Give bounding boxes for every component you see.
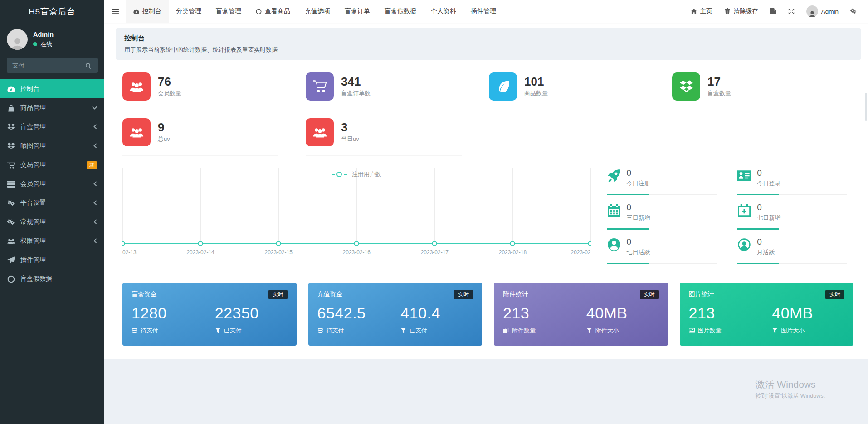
users-icon	[122, 118, 151, 146]
tab-category[interactable]: 分类管理	[169, 0, 209, 23]
clear-cache-button[interactable]: 清除缓存	[718, 0, 764, 23]
stat-members: 76会员数量	[122, 64, 278, 110]
footer-area: 激活 Windows 转到“设置”以激活 Windows。	[104, 359, 868, 424]
blindbox-icon	[7, 123, 15, 131]
stat-value: 9	[158, 121, 170, 134]
sidebar-search-input[interactable]	[7, 58, 79, 73]
filter-icon	[772, 328, 778, 333]
fund-title: 盲盒资金	[132, 290, 157, 299]
sidebar-item-blindbox[interactable]: 盲盒管理	[0, 117, 104, 136]
chart-x-axis: 02-13 2023-02-14 2023-02-15 2023-02-16 2…	[122, 249, 591, 259]
online-dot	[33, 42, 37, 46]
chart-point	[354, 241, 359, 246]
fund-card-images: 图片统计实时 213图片数量 40MB图片大小	[680, 283, 854, 346]
settings-button[interactable]	[844, 0, 863, 23]
sidebar-item-permissions[interactable]: 权限管理	[0, 231, 104, 251]
tab-plugins[interactable]: 插件管理	[463, 0, 503, 23]
user-avatar	[7, 29, 28, 50]
person-icon	[10, 36, 25, 50]
calendar-plus-icon	[737, 204, 751, 217]
user-circle-outline-icon	[737, 238, 751, 251]
stat-blindbox-orders: 341盲盒订单数	[306, 64, 462, 110]
filter-icon	[215, 328, 221, 333]
stat-label: 会员数量	[158, 89, 181, 97]
stat-value: 76	[158, 76, 181, 88]
user-menu[interactable]: Admin	[800, 0, 844, 23]
tab-blindbox-orders[interactable]: 盲盒订单	[337, 0, 377, 23]
chart-point	[198, 241, 203, 246]
filter-icon	[400, 328, 406, 333]
chart-point	[588, 241, 591, 246]
sidebar-item-members[interactable]: 会员管理	[0, 174, 104, 193]
fund-card-blindbox: 盲盒资金实时 1280待支付 22350已支付	[122, 283, 297, 346]
mini-stat-today-register: 0今日注册	[607, 168, 717, 195]
tab-blindbox[interactable]: 盲盒管理	[209, 0, 249, 23]
app-title[interactable]: H5盲盒后台	[0, 0, 104, 24]
user-panel: Admin 在线	[0, 24, 104, 56]
sidebar: H5盲盒后台 Admin 在线 控制台 商品管理 盲盒管理 晒图管理 交易管理新…	[0, 0, 104, 424]
stat-products: 101商品数量	[489, 64, 645, 110]
windows-activation-watermark: 激活 Windows 转到“设置”以激活 Windows。	[755, 378, 829, 400]
stat-total-uv: 9总uv	[122, 110, 278, 156]
chevron-down-icon	[92, 104, 97, 111]
x-tick: 2023-02-18	[499, 249, 527, 255]
sidebar-menu: 控制台 商品管理 盲盒管理 晒图管理 交易管理新 会员管理 平台设置 常规管理 …	[0, 79, 104, 289]
search-button[interactable]	[79, 58, 98, 73]
home-link[interactable]: 主页	[685, 0, 718, 23]
tab-console[interactable]: 控制台	[126, 0, 169, 23]
expand-icon	[788, 8, 795, 14]
avatar	[806, 5, 818, 17]
document-button[interactable]	[764, 0, 782, 23]
table-icon	[7, 180, 15, 188]
sidebar-item-blindbox-fakedata[interactable]: 盲盒假数据	[0, 270, 104, 289]
tab-view-products[interactable]: 查看商品	[249, 0, 297, 23]
middle-row: 注册用户数 02-13 2023-02-14 2023-02-15	[112, 156, 861, 271]
sidebar-item-dashboard[interactable]: 控制台	[0, 79, 104, 98]
x-tick: 2023-02	[571, 249, 590, 255]
x-tick: 02-13	[122, 249, 137, 255]
tab-blindbox-fakedata[interactable]: 盲盒假数据	[377, 0, 424, 23]
dashboard-icon	[133, 9, 139, 14]
gears-icon	[7, 199, 15, 207]
person-icon	[808, 10, 816, 17]
stat-value: 17	[707, 76, 731, 88]
sidebar-item-products[interactable]: 商品管理	[0, 98, 104, 117]
circle-icon	[256, 9, 262, 14]
stat-daily-uv: 3当日uv	[306, 110, 462, 156]
mini-stat-7day-active: 0七日活跃	[607, 236, 717, 264]
chart-legend[interactable]: 注册用户数	[122, 170, 590, 178]
stat-blindboxes: 17盲盒数量	[672, 64, 828, 110]
fullscreen-button[interactable]	[782, 0, 800, 23]
navbar-right: 主页 清除缓存 Admin	[685, 0, 868, 23]
chart-point	[432, 241, 437, 246]
chevron-left-icon	[93, 218, 97, 226]
tab-recharge-options[interactable]: 充值选项	[297, 0, 337, 23]
sidebar-item-general[interactable]: 常规管理	[0, 212, 104, 231]
users-icon	[7, 237, 15, 245]
chevron-left-icon	[93, 123, 97, 130]
blindbox-icon	[672, 72, 700, 101]
fund-title: 图片统计	[689, 290, 714, 299]
users-icon	[306, 118, 334, 146]
dashboard-icon	[7, 85, 15, 93]
legend-marker-icon	[336, 172, 342, 177]
document-icon	[770, 8, 776, 14]
sidebar-item-trade[interactable]: 交易管理新	[0, 155, 104, 174]
scrollbar-thumb[interactable]	[865, 93, 867, 121]
x-tick: 2023-02-16	[343, 249, 371, 255]
sidebar-toggle-button[interactable]	[104, 0, 126, 23]
sidebar-item-platform-settings[interactable]: 平台设置	[0, 193, 104, 212]
dashboard-panel: 控制台 用于展示当前系统中的统计数据、统计报表及重要实时数据 76会员数量 34…	[104, 23, 868, 359]
tab-profile[interactable]: 个人资料	[424, 0, 463, 23]
gears-icon	[7, 218, 15, 226]
leaf-icon	[489, 72, 517, 101]
chevron-left-icon	[93, 180, 97, 188]
realtime-badge: 实时	[825, 290, 844, 299]
sidebar-item-photos[interactable]: 晒图管理	[0, 136, 104, 155]
sidebar-item-plugins[interactable]: 插件管理	[0, 251, 104, 270]
top-navbar: 控制台 分类管理 盲盒管理 查看商品 充值选项 盲盒订单 盲盒假数据 个人资料 …	[104, 0, 868, 23]
circle-icon	[7, 275, 15, 283]
stat-value: 101	[524, 76, 548, 88]
main-area: 控制台 分类管理 盲盒管理 查看商品 充值选项 盲盒订单 盲盒假数据 个人资料 …	[104, 0, 868, 424]
sidebar-search	[7, 58, 98, 73]
